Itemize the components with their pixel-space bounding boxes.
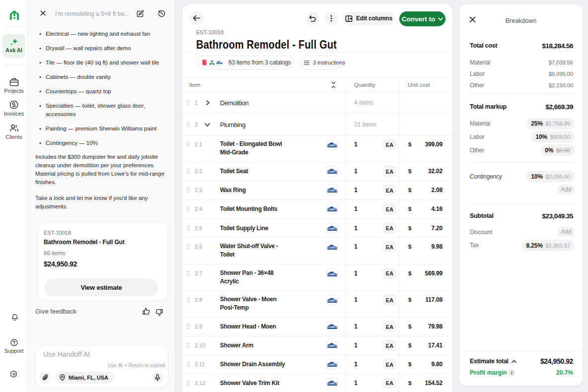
svg-text:LOWE'S: LOWE'S xyxy=(328,228,337,230)
svg-text:LOWE'S: LOWE'S xyxy=(328,190,337,192)
svg-text:LOWE'S: LOWE'S xyxy=(328,300,337,302)
svg-text:LOWE'S: LOWE'S xyxy=(328,326,337,328)
svg-text:LOWE'S: LOWE'S xyxy=(328,364,337,366)
svg-text:LOWE'S: LOWE'S xyxy=(328,383,337,385)
svg-text:LOWE'S: LOWE'S xyxy=(328,247,337,249)
svg-text:LOWE'S: LOWE'S xyxy=(328,345,337,347)
svg-text:LOWE'S: LOWE'S xyxy=(328,273,337,276)
svg-text:LOWE'S: LOWE'S xyxy=(328,144,337,147)
svg-text:LOWE'S: LOWE'S xyxy=(328,171,337,173)
svg-text:LOWE'S: LOWE'S xyxy=(217,62,222,64)
svg-text:LOWE'S: LOWE'S xyxy=(328,208,337,211)
